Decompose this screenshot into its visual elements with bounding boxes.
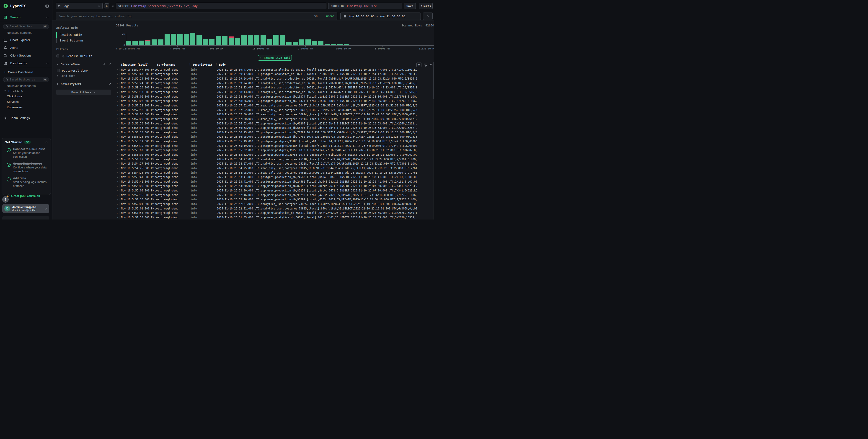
log-row[interactable]: ›Nov 10 5:58:13.000 PMpostgresql-demoinf… [115, 86, 434, 90]
pin-icon[interactable] [108, 63, 111, 66]
row-expand-chevron[interactable]: › [115, 95, 119, 98]
get-started-step[interactable]: Create Data Sources Configure where your… [5, 162, 48, 173]
log-row[interactable]: ›Nov 10 5:51:55.000 PMpostgresql-demoinf… [115, 215, 434, 220]
saved-searches-input[interactable]: Saved Searches ⌘K [3, 24, 49, 29]
row-expand-chevron[interactable]: › [115, 113, 119, 116]
facet-search-icon[interactable] [102, 63, 105, 66]
get-started-step[interactable]: Connect to ClickHouse Set up your databa… [5, 147, 48, 159]
column-resize-handle[interactable]: ⋮ [188, 63, 191, 66]
sql-editor-toggle-button[interactable]: <> [104, 3, 109, 8]
mode-results-table[interactable]: Results Table [56, 32, 111, 38]
log-row[interactable]: ›Nov 10 5:57:00.000 PMpostgresql-demoinf… [115, 117, 434, 121]
search-query-input[interactable]: Search your events w/ Lucene ex. column:… [56, 12, 337, 20]
row-expand-chevron[interactable]: › [115, 212, 119, 215]
row-expand-chevron[interactable]: › [115, 131, 119, 134]
row-expand-chevron[interactable]: › [115, 135, 119, 138]
preset-clickhouse[interactable]: ClickHouse [0, 93, 52, 99]
log-row[interactable]: ›Nov 10 5:54:25.000 PMpostgresql-demoinf… [115, 170, 434, 175]
log-row[interactable]: ›Nov 10 5:59:47.000 PMpostgresql-demoinf… [115, 72, 434, 76]
log-row[interactable]: ›Nov 10 5:57:52.000 PMpostgresql-demoinf… [115, 103, 434, 108]
log-row[interactable]: ›Nov 10 5:58:06.000 PMpostgresql-demoinf… [115, 94, 434, 99]
help-button[interactable]: ? [2, 196, 9, 202]
row-expand-chevron[interactable]: › [115, 193, 119, 196]
row-expand-chevron[interactable]: › [115, 82, 119, 85]
sidebar-item-team-settings[interactable]: Team Settings [0, 115, 52, 121]
sidebar-item-chart-explorer[interactable]: Chart Explorer [0, 37, 52, 43]
col-header-body[interactable]: Body [219, 63, 226, 66]
col-header-servicename[interactable]: ServiceName [157, 63, 175, 66]
sidebar-item-search[interactable]: Search [0, 14, 52, 20]
sidebar-item-client-sessions[interactable]: Client Sessions [0, 53, 52, 59]
log-row[interactable]: ›Nov 10 5:52:01.000 PMpostgresql-demoinf… [115, 202, 434, 206]
log-row[interactable]: ›Nov 10 5:56:25.000 PMpostgresql-demoinf… [115, 135, 434, 139]
log-row[interactable]: ›Nov 10 5:53:00.000 PMpostgresql-demoinf… [115, 184, 434, 188]
row-expand-chevron[interactable]: › [115, 108, 119, 112]
row-expand-chevron[interactable]: › [115, 207, 119, 210]
row-expand-chevron[interactable]: › [115, 216, 119, 219]
alerts-button[interactable]: Alerts [419, 3, 433, 9]
preset-services[interactable]: Services [0, 99, 52, 104]
row-expand-chevron[interactable]: › [115, 189, 119, 192]
row-expand-chevron[interactable]: › [115, 171, 119, 174]
facet-servicename-header[interactable]: ServiceName [56, 62, 111, 66]
row-expand-chevron[interactable]: › [115, 91, 119, 94]
source-select[interactable]: Logs [56, 3, 102, 9]
log-row[interactable]: ›Nov 10 5:58:13.000 PMpostgresql-demoinf… [115, 90, 434, 94]
sidebar-item-alerts[interactable]: Alerts [0, 45, 52, 51]
create-dashboard-button[interactable]: + Create Dashboard [0, 69, 52, 75]
wrap-lines-icon[interactable] [423, 63, 427, 67]
denoise-results-toggle[interactable]: Denoise Results [56, 54, 111, 58]
row-expand-chevron[interactable]: › [115, 167, 119, 169]
column-resize-handle[interactable]: ⋮ [153, 63, 155, 66]
log-row[interactable]: ›Nov 10 5:58:06.000 PMpostgresql-demoinf… [115, 99, 434, 103]
row-expand-chevron[interactable]: › [115, 162, 119, 165]
facet-severitytext-header[interactable]: SeverityText [56, 82, 111, 86]
log-row[interactable]: ›Nov 10 5:56:33.000 PMpostgresql-demoinf… [115, 121, 434, 126]
log-row[interactable]: ›Nov 10 5:57:52.000 PMpostgresql-demoinf… [115, 108, 434, 113]
log-row[interactable]: ›Nov 10 5:55:02.000 PMpostgresql-demoinf… [115, 148, 434, 153]
col-header-severitytext[interactable]: SeverityText [193, 63, 212, 66]
log-row[interactable]: ›Nov 10 5:53:41.000 PMpostgresql-demoinf… [115, 175, 434, 179]
row-expand-chevron[interactable]: › [115, 180, 119, 183]
load-more-button[interactable]: Load more [56, 74, 111, 77]
download-icon[interactable] [429, 63, 433, 67]
sql-mode-button[interactable]: SQL [314, 14, 319, 18]
log-row[interactable]: ›Nov 10 5:56:25.000 PMpostgresql-demoinf… [115, 130, 434, 135]
row-expand-chevron[interactable]: › [115, 68, 119, 71]
lucene-mode-button[interactable]: Lucene [324, 14, 334, 18]
saved-dashboards-input[interactable]: Saved Dashboards ⌘K [3, 77, 49, 82]
bottom-banner-partial[interactable] [2, 216, 49, 220]
order-by-input[interactable]: ORDER BY TimestampTime DESC [328, 3, 402, 9]
histogram-plot[interactable] [126, 32, 434, 45]
events-histogram[interactable]: 2K 0 Nov 10 12:00:00 AM4:00:00 AM7:00:00… [115, 21, 434, 51]
log-row[interactable]: ›Nov 10 5:55:02.000 PMpostgresql-demoinf… [115, 153, 434, 157]
date-range-picker[interactable]: Nov 10 00:00:00 - Nov 11 00:00:00 [340, 12, 421, 20]
log-row[interactable]: ›Nov 10 5:55:19.000 PMpostgresql-demoinf… [115, 139, 434, 144]
row-expand-chevron[interactable]: › [115, 104, 119, 107]
log-row[interactable]: ›Nov 10 5:51:55.000 PMpostgresql-demoinf… [115, 211, 434, 215]
row-expand-chevron[interactable]: › [115, 153, 119, 156]
log-row[interactable]: ›Nov 10 5:52:16.000 PMpostgresql-demoinf… [115, 197, 434, 202]
log-row[interactable]: ›Nov 10 5:53:41.000 PMpostgresql-demoinf… [115, 179, 434, 184]
row-expand-chevron[interactable]: › [115, 185, 119, 188]
log-row[interactable]: ›Nov 10 5:55:19.000 PMpostgresql-demoinf… [115, 144, 434, 148]
preset-kubernetes[interactable]: Kubernetes [0, 104, 52, 110]
pin-icon[interactable] [108, 83, 111, 86]
log-row[interactable]: ›Nov 10 5:54:27.000 PMpostgresql-demoinf… [115, 161, 434, 166]
row-expand-chevron[interactable]: › [115, 149, 119, 152]
log-row[interactable]: ›Nov 10 5:52:16.000 PMpostgresql-demoinf… [115, 193, 434, 197]
save-button[interactable]: Save [404, 3, 416, 9]
facet-checkbox[interactable] [57, 69, 60, 72]
row-expand-chevron[interactable]: › [115, 117, 119, 120]
denoise-checkbox[interactable] [56, 55, 59, 57]
row-expand-chevron[interactable]: › [115, 122, 119, 125]
run-query-play-button[interactable] [423, 12, 433, 20]
row-expand-chevron[interactable]: › [115, 100, 119, 102]
log-row[interactable]: ›Nov 10 5:59:24.000 PMpostgresql-demoinf… [115, 76, 434, 81]
log-row[interactable]: ›Nov 10 5:59:24.000 PMpostgresql-demoinf… [115, 81, 434, 86]
get-started-header[interactable]: Get Started 3/3 [5, 140, 48, 144]
log-row[interactable]: ›Nov 10 5:57:00.000 PMpostgresql-demoinf… [115, 112, 434, 117]
row-expand-chevron[interactable]: › [115, 140, 119, 143]
row-expand-chevron[interactable]: › [115, 198, 119, 201]
log-row[interactable]: ›Nov 10 5:54:25.000 PMpostgresql-demoinf… [115, 166, 434, 170]
